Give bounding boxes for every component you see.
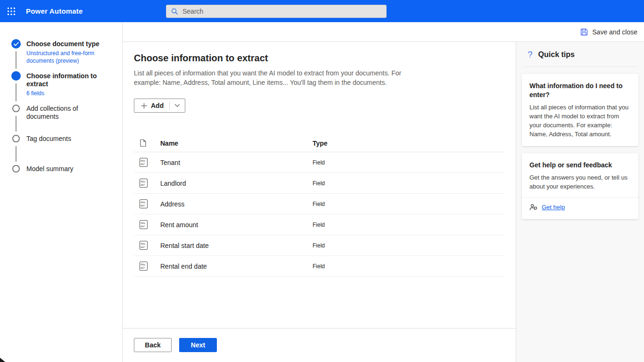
wizard-step-choose-document-type[interactable]: Choose document type Unstructured and fr… [11,39,122,71]
table-row[interactable]: Abcdef Rent amount Field [134,214,504,235]
table-header-row: Name Type [134,134,504,152]
feedback-person-icon [529,203,537,211]
field-name: Landlord [160,180,313,187]
search-input[interactable] [182,8,381,15]
wizard-step-choose-information[interactable]: Choose information to extract 6 fields [11,71,122,104]
field-type: Field [313,180,504,187]
tip-card-get-help: Get help or send feedback Get the answer… [522,153,638,219]
next-button[interactable]: Next [179,338,217,352]
step-title: Add collections of documents [26,104,103,121]
field-name: Rent amount [160,221,313,229]
table-row[interactable]: Abcdef Tenant Field [134,152,504,173]
step-upcoming-circle-icon [12,165,20,173]
main-content: Choose information to extract List all p… [123,42,516,362]
text-field-icon: Abcdef [140,179,148,188]
wizard-step-tag-documents[interactable]: Tag documents [11,134,122,164]
wizard-steps-sidebar: Choose document type Unstructured and fr… [0,22,123,362]
document-column-icon [134,139,160,147]
page-description: List all pieces of information that you … [134,68,413,87]
step-title: Model summary [26,164,103,173]
field-name: Rental start date [160,242,313,249]
text-field-icon: Abcdef [140,199,148,208]
text-field-icon: Abcdef [140,220,148,229]
save-and-close-button[interactable]: Save and close [580,28,637,36]
text-field-icon: Abcdef [140,158,148,167]
quick-tips-header: ? Quick tips [522,42,638,66]
text-field-icon: Abcdef [140,241,148,250]
column-header-type[interactable]: Type [313,140,504,147]
tip-card-what-information: What information do I need to enter? Lis… [522,74,638,146]
field-type: Field [313,242,504,249]
quick-tips-title: Quick tips [538,50,575,59]
field-name: Tenant [160,159,313,166]
field-type: Field [313,263,504,270]
wizard-footer: Back Next [123,329,516,362]
add-button-label: Add [151,102,169,109]
global-search[interactable] [166,5,387,18]
field-name: Address [160,200,313,208]
command-bar: Save and close [123,22,644,42]
plus-icon [134,103,151,109]
app-title: Power Automate [26,7,83,15]
step-sublabel-link[interactable]: 6 fields [26,90,44,97]
search-icon [171,8,178,15]
quick-tips-panel: ? Quick tips What information do I need … [516,42,644,362]
step-upcoming-circle-icon [12,105,20,112]
field-type: Field [313,159,504,166]
wizard-step-add-collections[interactable]: Add collections of documents [11,104,122,134]
column-header-name[interactable]: Name [160,140,313,147]
table-row[interactable]: Abcdef Address Field [134,194,504,214]
step-title: Tag documents [26,134,103,143]
tip-body: Get the answers you need, or tell us abo… [529,173,631,191]
app-header: Power Automate [0,0,644,22]
field-type: Field [313,222,504,228]
save-and-close-label: Save and close [592,28,637,36]
table-row[interactable]: Abcdef Rental start date Field [134,235,504,256]
fields-table: Name Type Abcdef Tenant Field Abcdef Lan… [134,134,504,277]
table-row[interactable]: Abcdef Rental end date Field [134,256,504,277]
question-mark-icon: ? [528,50,533,59]
page-title: Choose information to extract [134,51,504,65]
step-upcoming-circle-icon [12,135,20,142]
waffle-icon [7,7,16,16]
tip-body: List all pieces of information that you … [529,103,631,139]
text-field-icon: Abcdef [140,262,148,271]
divider [523,66,637,67]
step-completed-check-icon [11,39,21,49]
save-icon [580,28,588,36]
app-launcher-waffle-icon[interactable] [0,0,22,22]
get-help-link[interactable]: Get help [542,204,565,211]
field-type: Field [313,201,504,207]
step-title: Choose information to extract [26,71,103,88]
chevron-down-icon[interactable] [170,104,185,107]
step-title: Choose document type [26,39,103,48]
add-field-split-button[interactable]: Add [134,99,185,113]
table-row[interactable]: Abcdef Landlord Field [134,173,504,194]
step-current-dot-icon [11,71,21,81]
wizard-step-model-summary[interactable]: Model summary [11,164,122,186]
back-button[interactable]: Back [134,338,172,352]
step-sublabel-link[interactable]: Unstructured and free-form documents (pr… [26,49,103,65]
tip-heading: Get help or send feedback [529,161,631,170]
tip-heading: What information do I need to enter? [529,82,631,99]
field-name: Rental end date [160,263,313,270]
